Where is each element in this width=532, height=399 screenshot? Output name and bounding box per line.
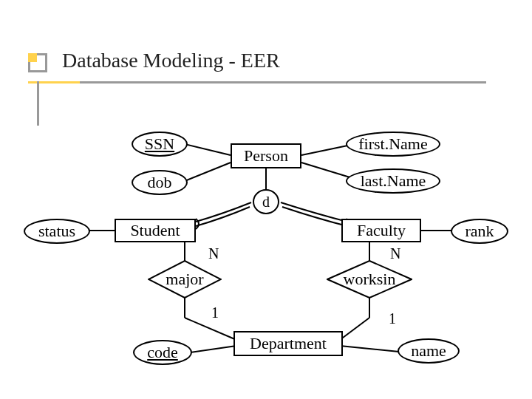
attr-ssn: SSN bbox=[132, 132, 188, 157]
entity-department-label: Department bbox=[250, 334, 327, 353]
attr-firstname: first.Name bbox=[346, 132, 440, 157]
title-bullet-icon bbox=[28, 53, 47, 72]
entity-faculty: Faculty bbox=[341, 219, 421, 242]
specialization-label: d bbox=[262, 194, 270, 211]
rel-worksin-label: worksin bbox=[344, 270, 396, 289]
attr-name: name bbox=[398, 338, 460, 364]
entity-faculty-label: Faculty bbox=[357, 221, 406, 240]
card-worksin-1: 1 bbox=[389, 310, 396, 327]
entity-department: Department bbox=[233, 331, 343, 356]
svg-line-0 bbox=[185, 144, 231, 155]
attr-name-label: name bbox=[411, 341, 446, 361]
attr-rank-label: rank bbox=[465, 222, 494, 241]
card-major-n: N bbox=[208, 245, 219, 262]
attr-ssn-label: SSN bbox=[145, 134, 174, 154]
title-divider bbox=[28, 81, 486, 83]
diagram-canvas: Database Modeling - EER bbox=[0, 0, 532, 399]
svg-line-1 bbox=[185, 163, 231, 181]
rel-major: major bbox=[148, 260, 222, 299]
attr-dob: dob bbox=[132, 170, 188, 195]
svg-line-10 bbox=[185, 318, 236, 340]
attr-status: status bbox=[24, 219, 90, 244]
attr-lastname-label: last.Name bbox=[361, 171, 426, 191]
specialization-disjoint: d bbox=[253, 189, 279, 214]
attr-status-label: status bbox=[38, 222, 75, 241]
entity-person-label: Person bbox=[244, 146, 288, 166]
entity-student: Student bbox=[115, 219, 196, 242]
card-worksin-n: N bbox=[390, 245, 400, 262]
attr-rank: rank bbox=[451, 219, 508, 244]
entity-person: Person bbox=[231, 143, 301, 168]
svg-line-12 bbox=[340, 318, 369, 340]
attr-dob-label: dob bbox=[148, 173, 172, 192]
rel-major-label: major bbox=[166, 270, 203, 289]
attr-firstname-label: first.Name bbox=[358, 134, 427, 154]
card-major-1: 1 bbox=[211, 304, 219, 321]
entity-student-label: Student bbox=[130, 221, 180, 240]
svg-line-13 bbox=[185, 346, 236, 353]
attr-code-label: code bbox=[147, 343, 178, 362]
attr-lastname: last.Name bbox=[346, 168, 440, 194]
rel-worksin: worksin bbox=[327, 260, 412, 299]
attr-code: code bbox=[133, 340, 192, 365]
page-title: Database Modeling - EER bbox=[62, 49, 280, 72]
title-divider-vertical bbox=[37, 81, 39, 126]
svg-line-14 bbox=[340, 346, 399, 352]
